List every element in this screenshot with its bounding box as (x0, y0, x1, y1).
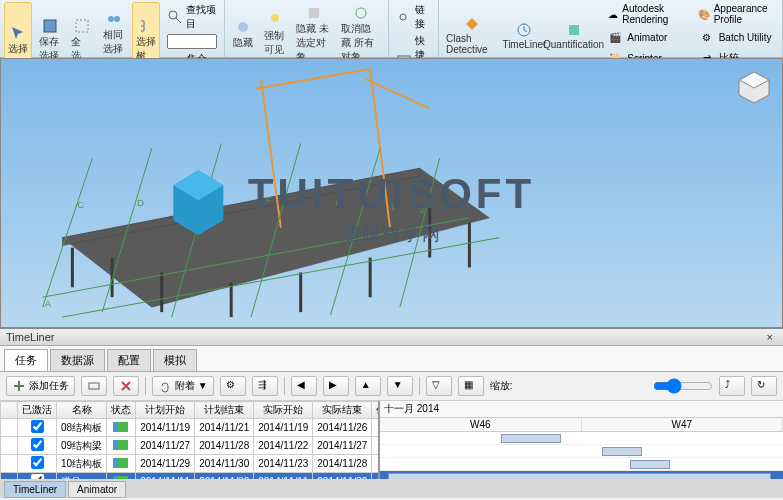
gantt-header: 十一月 2014 W46 W47 (380, 401, 783, 432)
bottom-tabs: TimeLiner Animator (0, 479, 783, 498)
unhide-all-button[interactable]: 取消隐藏 所有对象 (338, 2, 384, 66)
svg-point-6 (271, 14, 279, 22)
close-icon[interactable]: × (763, 331, 777, 343)
tab-config[interactable]: 配置 (107, 349, 151, 371)
hide-unsel-icon (305, 4, 323, 22)
hide-icon (234, 18, 252, 36)
quick-find-button[interactable] (164, 33, 220, 50)
col-active[interactable]: 已激活 (18, 402, 57, 419)
panel-toolbar: 添加任务 附着 ▼ ⚙ ⇶ ◀ ▶ ▲ ▼ ▽ ▦ 缩放: ⤴ ↻ (0, 372, 783, 401)
unhide-icon (352, 4, 370, 22)
active-checkbox[interactable] (31, 438, 44, 451)
clash-icon (463, 15, 481, 33)
disk-icon (41, 17, 59, 35)
tb-btn-8[interactable]: ▦ (458, 376, 484, 396)
active-checkbox[interactable] (31, 420, 44, 433)
svg-rect-52 (118, 440, 123, 450)
delete-task-button[interactable] (113, 376, 139, 396)
panel-titlebar[interactable]: TimeLiner × (0, 329, 783, 346)
hierarchy-icon: ⇶ (258, 379, 272, 393)
insert-task-button[interactable] (81, 376, 107, 396)
tb-btn-3[interactable]: ◀ (291, 376, 317, 396)
tb-btn-4[interactable]: ▶ (323, 376, 349, 396)
svg-rect-0 (44, 20, 56, 32)
3d-viewport[interactable]: AB CDE FG 12 TUITUISOFT 腿腿教学网 (0, 58, 783, 328)
tb-btn-6[interactable]: ▼ (387, 376, 413, 396)
hide-button[interactable]: 隐藏 (229, 2, 257, 66)
gantt-bar[interactable] (388, 473, 771, 479)
indent-right-icon: ▶ (329, 379, 343, 393)
grid-area: 已激活 名称 状态 计划开始 计划结束 实际开始 实际结束 任务类型 08结构板… (0, 401, 783, 479)
task-grid[interactable]: 已激活 名称 状态 计划开始 计划结束 实际开始 实际结束 任务类型 08结构板… (0, 401, 378, 479)
tb-btn-7[interactable]: ▽ (426, 376, 452, 396)
tab-tasks[interactable]: 任务 (4, 349, 48, 371)
active-checkbox[interactable] (31, 456, 44, 469)
table-row[interactable]: 08结构板 2014/11/192014/11/212014/11/192014… (1, 419, 379, 437)
svg-rect-54 (113, 458, 118, 468)
tb-btn-9[interactable]: ⤴ (719, 376, 745, 396)
col-status[interactable]: 状态 (107, 402, 136, 419)
status-bars-icon (113, 458, 129, 468)
zoom-slider[interactable] (653, 378, 713, 394)
table-row[interactable]: 09结构梁 2014/11/272014/11/282014/11/222014… (1, 437, 379, 455)
viewcube[interactable] (734, 67, 774, 107)
gantt-week: W47 (582, 418, 784, 431)
tab-datasource[interactable]: 数据源 (50, 349, 105, 371)
status-bars-icon (113, 440, 129, 450)
table-row[interactable]: 10结构板 2014/11/292014/11/302014/11/232014… (1, 455, 379, 473)
gantt-row[interactable] (380, 445, 783, 458)
add-task-button[interactable]: 添加任务 (6, 376, 75, 396)
svg-rect-50 (123, 422, 128, 432)
gantt-row[interactable] (380, 471, 783, 479)
svg-rect-48 (113, 422, 118, 432)
tb-btn-10[interactable]: ↻ (751, 376, 777, 396)
require-button[interactable]: 强制可见 (261, 2, 289, 66)
find-items-button[interactable]: 查找项目 (164, 2, 220, 32)
links-button[interactable]: 链接 (393, 2, 434, 32)
search-icon (167, 8, 183, 26)
ribbon-group-visibility: 隐藏 强制可见 隐藏 未选定对象 取消隐藏 所有对象 可见性 (225, 0, 389, 57)
table-row[interactable]: ▶ 塔吊 2014/11/112014/11/302014/11/112014/… (1, 473, 379, 480)
insert-icon (87, 379, 101, 393)
gantt-row[interactable] (380, 458, 783, 471)
animator-button[interactable]: 🎬Animator (603, 27, 690, 47)
gantt-bar[interactable] (602, 447, 642, 456)
svg-point-2 (108, 16, 114, 22)
panel-title-text: TimeLiner (6, 331, 55, 343)
btab-animator[interactable]: Animator (68, 481, 126, 498)
hide-unselected-button[interactable]: 隐藏 未选定对象 (293, 2, 334, 66)
col-planstart[interactable]: 计划开始 (136, 402, 195, 419)
tab-simulate[interactable]: 模拟 (153, 349, 197, 371)
quantity-icon (565, 21, 583, 39)
col-actend[interactable]: 实际结束 (313, 402, 372, 419)
same-icon (105, 10, 123, 28)
gantt-month: 十一月 2014 (380, 401, 783, 418)
active-checkbox[interactable] (31, 474, 44, 479)
clock-icon (515, 21, 533, 39)
gantt-bar[interactable] (501, 434, 561, 443)
svg-rect-58 (118, 476, 123, 480)
btab-timeliner[interactable]: TimeLiner (4, 481, 66, 498)
svg-text:2: 2 (420, 204, 426, 215)
svg-text:D: D (137, 197, 144, 208)
tb-btn-2[interactable]: ⇶ (252, 376, 278, 396)
svg-text:F: F (266, 194, 272, 205)
attach-button[interactable]: 附着 ▼ (152, 376, 214, 396)
tb-btn-1[interactable]: ⚙ (220, 376, 246, 396)
gantt-bar[interactable] (630, 460, 670, 469)
svg-text:G: G (335, 197, 343, 208)
batch-button[interactable]: ⚙Batch Utility (695, 27, 778, 47)
film-icon: 🎬 (606, 28, 624, 46)
appearance-button[interactable]: 🎨Appearance Profile (695, 2, 778, 26)
gantt-chart[interactable]: 十一月 2014 W46 W47 (378, 401, 783, 479)
col-actstart[interactable]: 实际开始 (254, 402, 313, 419)
col-name[interactable]: 名称 (57, 402, 107, 419)
gear-icon: ⚙ (226, 379, 240, 393)
ribbon-group-display: 链接 快捷特性 特性 显示 (389, 0, 439, 57)
tb-btn-5[interactable]: ▲ (355, 376, 381, 396)
quick-find-input[interactable] (167, 34, 217, 49)
col-planend[interactable]: 计划结束 (195, 402, 254, 419)
status-bars-icon (113, 476, 129, 480)
gantt-row[interactable] (380, 432, 783, 445)
rendering-button[interactable]: ☁Autodesk Rendering (603, 2, 690, 26)
